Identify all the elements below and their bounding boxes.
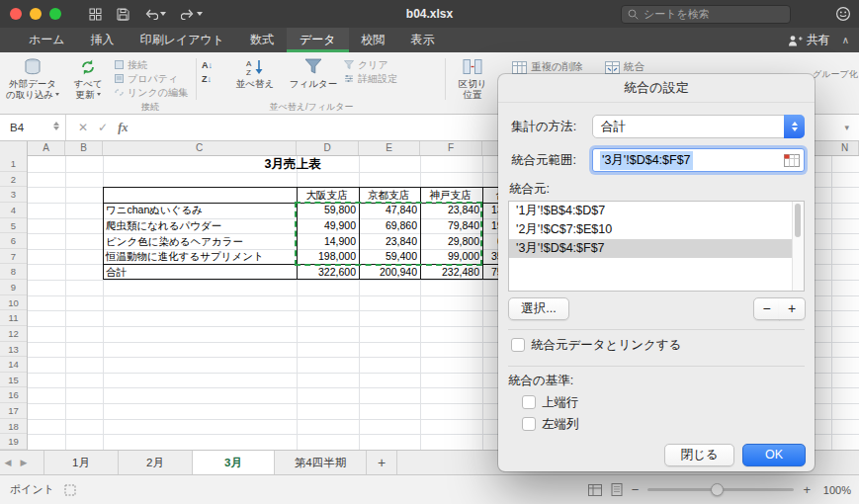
row-header-19[interactable]: 19 bbox=[0, 434, 27, 450]
fullscreen-window-button[interactable] bbox=[49, 8, 61, 20]
sort-button[interactable]: AZ 並べ替え bbox=[227, 56, 283, 90]
row-header-6[interactable]: 6 bbox=[0, 233, 27, 249]
zoom-percentage[interactable]: 100% bbox=[819, 484, 851, 496]
clear-filter-button[interactable]: クリア bbox=[344, 59, 397, 70]
normal-view-icon[interactable] bbox=[588, 484, 602, 496]
add-reference-button[interactable]: + bbox=[779, 297, 806, 320]
add-sheet-button[interactable]: + bbox=[367, 451, 397, 474]
refresh-all-button[interactable]: すべて更新 bbox=[65, 56, 111, 100]
tab-review[interactable]: 校閲 bbox=[349, 28, 398, 52]
row-header-8[interactable]: 8 bbox=[0, 264, 27, 280]
tab-page-layout[interactable]: 印刷レイアウト bbox=[128, 28, 237, 52]
sheet-tab-4[interactable]: 第4四半期 bbox=[275, 451, 367, 474]
column-header-B[interactable]: B bbox=[65, 141, 103, 155]
row-header-18[interactable]: 18 bbox=[0, 419, 27, 435]
name-box[interactable]: B4 bbox=[0, 115, 66, 140]
redo-icon[interactable] bbox=[181, 8, 203, 20]
scrollbar-thumb[interactable] bbox=[795, 204, 801, 237]
references-list[interactable]: '1月'!$B$4:$D$7 '2月'!$C$7:$E$10 '3月'!$D$4… bbox=[508, 201, 805, 292]
row-header-5[interactable]: 5 bbox=[0, 218, 27, 234]
zoom-slider-knob[interactable] bbox=[711, 483, 724, 496]
left-column-checkbox[interactable]: 左端列 bbox=[522, 416, 579, 432]
close-button[interactable]: 閉じる bbox=[664, 444, 734, 466]
consolidate-button[interactable]: 統合 bbox=[605, 60, 644, 74]
tab-view[interactable]: 表示 bbox=[398, 28, 448, 52]
tab-home[interactable]: ホーム bbox=[16, 28, 78, 52]
text-to-columns-button[interactable]: 区切り位置 bbox=[448, 56, 497, 100]
close-window-button[interactable] bbox=[10, 8, 22, 20]
sheet-nav-right-icon[interactable]: ▶ bbox=[16, 451, 32, 474]
tab-formulas[interactable]: 数式 bbox=[237, 28, 287, 52]
checkbox-icon[interactable] bbox=[522, 395, 536, 409]
insert-function-icon[interactable]: fx bbox=[118, 121, 128, 135]
row-header-1[interactable]: 1 bbox=[0, 156, 27, 172]
connections-button[interactable]: 接続 bbox=[115, 59, 188, 70]
column-header-F[interactable]: F bbox=[420, 141, 482, 155]
undo-icon[interactable] bbox=[144, 8, 166, 20]
get-external-data-button[interactable]: 外部データの取り込み bbox=[2, 56, 63, 100]
sheet-tab-1[interactable]: 1月 bbox=[43, 451, 119, 474]
function-select[interactable]: 合計 bbox=[592, 115, 805, 138]
row-header-17[interactable]: 17 bbox=[0, 403, 27, 419]
search-input[interactable]: シートを検索 bbox=[621, 5, 791, 24]
advanced-filter-button[interactable]: 詳細設定 bbox=[344, 73, 397, 84]
properties-button[interactable]: プロパティ bbox=[115, 73, 188, 84]
sheet-tab-2[interactable]: 2月 bbox=[119, 451, 193, 474]
filter-button[interactable]: フィルター bbox=[286, 56, 341, 90]
top-row-checkbox[interactable]: 上端行 bbox=[522, 394, 579, 410]
reference-item-selected[interactable]: '3月'!$D$4:$F$7 bbox=[509, 239, 804, 258]
group-button[interactable]: グループ化 bbox=[813, 68, 859, 81]
browse-button[interactable]: 選択... bbox=[508, 297, 569, 320]
formula-bar-expand-icon[interactable]: ▾ bbox=[844, 123, 859, 132]
sort-descending-button[interactable]: Z↓ bbox=[202, 73, 213, 84]
edit-links-button[interactable]: リンクの編集 bbox=[115, 87, 188, 98]
tiles-icon[interactable] bbox=[89, 8, 102, 21]
collapse-ribbon-icon[interactable]: ∧ bbox=[842, 35, 849, 45]
share-button[interactable]: 共有 bbox=[788, 32, 830, 48]
remove-duplicates-button[interactable]: 重複の削除 bbox=[512, 60, 583, 74]
reference-item[interactable]: '2月'!$C$7:$E$10 bbox=[509, 220, 804, 239]
tab-insert[interactable]: 挿入 bbox=[78, 28, 128, 52]
minimize-window-button[interactable] bbox=[30, 8, 42, 20]
reference-input[interactable]: '3月'!$D$4:$F$7 bbox=[592, 148, 805, 172]
select-all-corner[interactable] bbox=[0, 141, 28, 156]
range-picker-icon[interactable] bbox=[784, 154, 800, 167]
row-header-13[interactable]: 13 bbox=[0, 342, 27, 358]
zoom-out-button[interactable]: − bbox=[632, 482, 640, 497]
row-header-16[interactable]: 16 bbox=[0, 387, 27, 403]
column-header-C[interactable]: C bbox=[103, 141, 297, 155]
column-header-A[interactable]: A bbox=[28, 141, 65, 155]
row-header-7[interactable]: 7 bbox=[0, 249, 27, 265]
row-header-10[interactable]: 10 bbox=[0, 295, 27, 311]
zoom-slider[interactable] bbox=[647, 488, 794, 491]
row-header-2[interactable]: 2 bbox=[0, 172, 27, 188]
column-header-E[interactable]: E bbox=[359, 141, 420, 155]
enter-icon[interactable]: ✓ bbox=[98, 121, 108, 134]
list-scrollbar[interactable] bbox=[792, 202, 804, 291]
checkbox-icon[interactable] bbox=[522, 417, 536, 431]
row-header-14[interactable]: 14 bbox=[0, 357, 27, 373]
checkbox-icon[interactable] bbox=[511, 338, 525, 352]
row-header-4[interactable]: 4 bbox=[0, 203, 27, 218]
row-header-3[interactable]: 3 bbox=[0, 187, 27, 203]
zoom-in-button[interactable]: + bbox=[803, 482, 811, 497]
column-header-D[interactable]: D bbox=[297, 141, 359, 155]
name-box-stepper[interactable] bbox=[53, 122, 59, 130]
column-header-right[interactable]: N bbox=[831, 141, 859, 155]
link-source-checkbox[interactable]: 統合元データとリンクする bbox=[511, 337, 681, 353]
tab-data[interactable]: データ bbox=[287, 28, 349, 52]
row-header-11[interactable]: 11 bbox=[0, 310, 27, 326]
ok-button[interactable]: OK bbox=[742, 444, 806, 466]
page-layout-view-icon[interactable] bbox=[611, 483, 623, 496]
reference-item[interactable]: '1月'!$B$4:$D$7 bbox=[509, 202, 804, 220]
row-header-15[interactable]: 15 bbox=[0, 373, 27, 388]
cancel-icon[interactable]: ✕ bbox=[78, 121, 88, 134]
sheet-nav-left-icon[interactable]: ◀ bbox=[0, 451, 16, 474]
save-icon[interactable] bbox=[117, 8, 129, 21]
row-header-9[interactable]: 9 bbox=[0, 280, 27, 295]
remove-reference-button[interactable]: − bbox=[753, 297, 780, 320]
row-header-12[interactable]: 12 bbox=[0, 326, 27, 342]
feedback-smiley-icon[interactable] bbox=[835, 6, 851, 22]
sort-ascending-button[interactable]: A↓ bbox=[202, 59, 213, 70]
sheet-tab-3[interactable]: 3月 bbox=[193, 451, 275, 474]
